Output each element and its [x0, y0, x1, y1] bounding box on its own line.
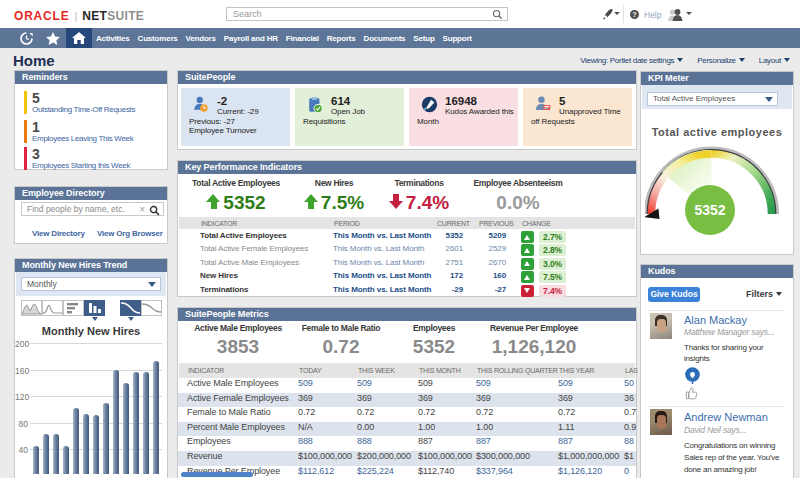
svg-text:?: ?	[632, 11, 636, 18]
svg-text:5352: 5352	[694, 202, 725, 218]
